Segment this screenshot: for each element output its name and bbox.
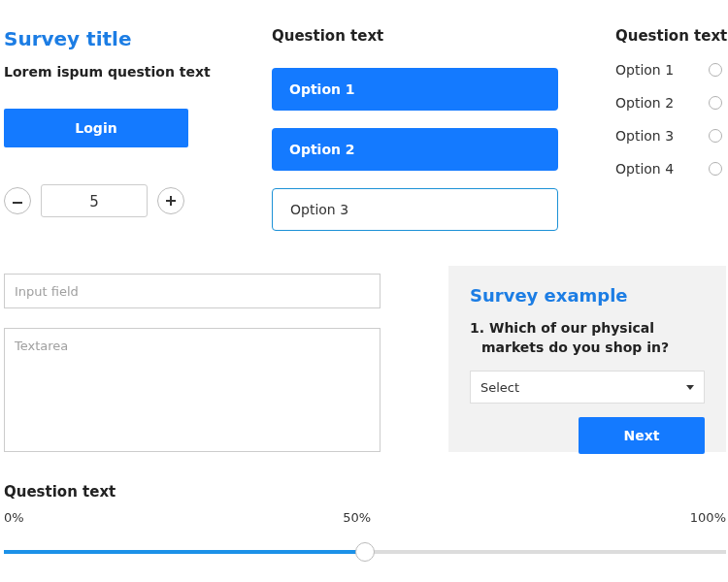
stepper-minus-button[interactable] [4, 187, 31, 214]
textarea[interactable] [4, 328, 381, 452]
survey-example-card: Survey example 1. Which of our physical … [448, 266, 726, 452]
slider-thumb[interactable] [355, 542, 375, 562]
login-button[interactable]: Login [4, 109, 188, 147]
slider-mid-label: 50% [343, 510, 371, 525]
question-text-radios: Question text [615, 27, 722, 45]
radio-label: Option 2 [615, 95, 674, 111]
question-lorem-text: Lorem ispum question text [4, 64, 221, 80]
stepper-value[interactable]: 5 [41, 184, 148, 217]
option-button-3[interactable]: Option 3 [272, 188, 558, 231]
radio-icon [709, 63, 722, 77]
next-button[interactable]: Next [579, 417, 705, 454]
radio-option-2[interactable]: Option 2 [615, 95, 722, 111]
radio-icon [709, 162, 722, 176]
option-button-2[interactable]: Option 2 [272, 128, 558, 171]
slider-min-label: 0% [4, 510, 24, 525]
select-dropdown[interactable]: Select [470, 371, 705, 404]
chevron-down-icon [686, 385, 694, 390]
minus-icon [13, 198, 22, 204]
option-button-1[interactable]: Option 1 [272, 68, 558, 111]
survey-title: Survey title [4, 27, 221, 50]
survey-example-title: Survey example [470, 285, 705, 306]
slider-question-text: Question text [4, 483, 726, 501]
stepper-plus-button[interactable] [157, 187, 184, 214]
percentage-slider[interactable] [4, 542, 726, 562]
select-value: Select [480, 380, 519, 395]
number-stepper: 5 [4, 184, 221, 217]
plus-icon [166, 196, 176, 206]
radio-option-4[interactable]: Option 4 [615, 161, 722, 177]
radio-option-3[interactable]: Option 3 [615, 128, 722, 144]
survey-example-question: 1. Which of our physical markets do you … [470, 319, 705, 357]
svg-rect-2 [166, 200, 176, 202]
radio-icon [709, 129, 722, 143]
radio-label: Option 3 [615, 128, 674, 144]
slider-max-label: 100% [690, 510, 726, 525]
input-field[interactable] [4, 274, 381, 308]
slider-labels: 0% 50% 100% [4, 510, 726, 525]
radio-label: Option 1 [615, 62, 674, 78]
radio-option-1[interactable]: Option 1 [615, 62, 722, 78]
slider-fill [4, 550, 365, 554]
question-text-buttons: Question text [272, 27, 558, 45]
radio-label: Option 4 [615, 161, 674, 177]
svg-rect-0 [13, 202, 22, 204]
radio-icon [709, 96, 722, 110]
